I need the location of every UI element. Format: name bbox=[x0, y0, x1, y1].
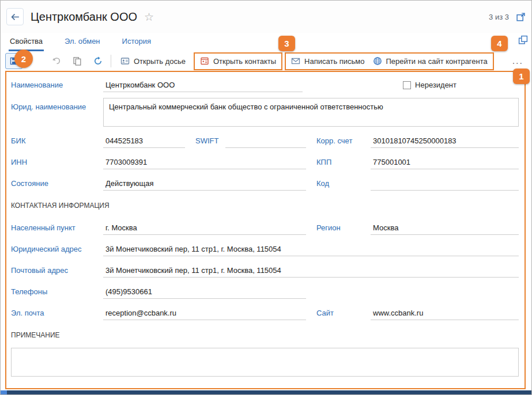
record-pager: 3 из 3 bbox=[489, 13, 509, 21]
more-actions-button[interactable]: ... bbox=[510, 58, 526, 64]
code-label: Код bbox=[316, 179, 371, 188]
toolbar-separator bbox=[111, 55, 111, 67]
bik-label: БИК bbox=[11, 136, 103, 145]
copy-icon bbox=[73, 56, 82, 66]
corr-account-label: Корр. счет bbox=[316, 136, 371, 145]
callout-badge-2: 2 bbox=[14, 50, 33, 68]
globe-icon bbox=[373, 56, 382, 66]
bottom-window-edge bbox=[1, 390, 531, 394]
open-dossier-label: Открыть досье bbox=[134, 57, 186, 66]
swift-input[interactable] bbox=[225, 134, 306, 148]
email-label: Эл. почта bbox=[11, 309, 103, 317]
header: Центркомбанк ООО ☆ 3 из 3 bbox=[1, 1, 531, 33]
header-right: 3 из 3 bbox=[489, 12, 526, 22]
dossier-icon bbox=[120, 56, 130, 66]
toolbar: Открыть досье Открыть контакты Написать … bbox=[1, 51, 531, 71]
row-bik: БИК SWIFT Корр. счет bbox=[11, 130, 519, 151]
code-input[interactable] bbox=[371, 177, 519, 191]
nonresident-label: Нерезидент bbox=[415, 81, 456, 89]
undo-button[interactable] bbox=[49, 54, 64, 69]
row-city: Населенный пункт Регион bbox=[11, 217, 519, 238]
row-inn: ИНН КПП bbox=[11, 151, 519, 173]
open-in-window-icon[interactable] bbox=[516, 12, 526, 22]
name-input[interactable] bbox=[103, 78, 303, 92]
contacts-icon bbox=[200, 56, 209, 66]
open-dossier-button[interactable]: Открыть досье bbox=[116, 53, 190, 69]
nonresident-checkbox-wrap[interactable]: Нерезидент bbox=[403, 81, 456, 89]
callout-badge-4: 4 bbox=[491, 36, 508, 51]
bik-input[interactable] bbox=[103, 134, 185, 148]
email-input[interactable] bbox=[103, 306, 306, 320]
site-label: Сайт bbox=[316, 309, 371, 317]
tab-properties[interactable]: Свойства bbox=[9, 37, 44, 51]
refresh-button[interactable] bbox=[90, 54, 105, 69]
open-contacts-label: Открыть контакты bbox=[213, 57, 276, 66]
legal-address-input[interactable] bbox=[103, 242, 519, 256]
inn-input[interactable] bbox=[103, 155, 306, 169]
callout-box-communication: Написать письмо Перейти на сайт контраге… bbox=[285, 52, 494, 70]
contact-info-section-header: КОНТАКТНАЯ ИНФОРМАЦИЯ bbox=[11, 194, 519, 217]
row-legal-name: Юрид. наименование Центральный коммерчес… bbox=[11, 96, 519, 130]
legal-name-input[interactable]: Центральный коммерческий банк общество с… bbox=[103, 98, 519, 127]
state-input[interactable] bbox=[103, 177, 306, 191]
page-title: Центркомбанк ООО bbox=[31, 10, 137, 24]
undo-icon bbox=[52, 56, 61, 66]
row-state: Состояние Код bbox=[11, 173, 519, 194]
callout-badge-1: 1 bbox=[513, 69, 530, 84]
inn-label: ИНН bbox=[11, 158, 103, 166]
open-site-button[interactable]: Перейти на сайт контрагента bbox=[369, 53, 492, 69]
phones-input[interactable] bbox=[103, 285, 306, 299]
corr-account-input[interactable] bbox=[371, 134, 519, 148]
envelope-icon bbox=[291, 56, 300, 66]
refresh-icon bbox=[93, 56, 103, 66]
tab-history[interactable]: История bbox=[121, 37, 152, 51]
row-legal-address: Юридический адрес bbox=[11, 238, 519, 260]
nonresident-checkbox[interactable] bbox=[403, 81, 411, 89]
note-section-header: ПРИМЕЧАНИЕ bbox=[11, 324, 519, 347]
favorite-star-icon[interactable]: ☆ bbox=[144, 12, 154, 22]
callout-badge-3: 3 bbox=[278, 36, 295, 51]
arrow-left-icon bbox=[10, 12, 20, 22]
split-window-icon[interactable] bbox=[518, 35, 528, 45]
properties-form: Наименование Нерезидент Юрид. наименован… bbox=[5, 71, 526, 389]
postal-address-input[interactable] bbox=[103, 264, 519, 278]
row-phones: Телефоны bbox=[11, 281, 519, 302]
swift-label: SWIFT bbox=[195, 136, 225, 145]
row-postal-address: Почтовый адрес bbox=[11, 260, 519, 281]
name-label: Наименование bbox=[11, 81, 103, 89]
region-label: Регион bbox=[316, 223, 371, 232]
tab-bar: Свойства Эл. обмен История bbox=[1, 33, 531, 51]
note-input[interactable] bbox=[11, 348, 519, 377]
site-input[interactable] bbox=[371, 306, 519, 320]
write-letter-button[interactable]: Написать письмо bbox=[287, 53, 368, 69]
open-site-label: Перейти на сайт контрагента bbox=[386, 57, 488, 66]
tab-electronic-exchange[interactable]: Эл. обмен bbox=[63, 37, 101, 51]
region-input[interactable] bbox=[371, 221, 519, 235]
bottom-edge-accent bbox=[1, 390, 7, 394]
kpp-label: КПП bbox=[316, 158, 371, 166]
counterparty-card-window: Центркомбанк ООО ☆ 3 из 3 Свойства Эл. о… bbox=[0, 0, 532, 395]
back-button[interactable] bbox=[6, 8, 24, 25]
postal-address-label: Почтовый адрес bbox=[11, 266, 103, 275]
city-label: Населенный пункт bbox=[11, 223, 103, 232]
copy-button[interactable] bbox=[70, 54, 85, 69]
phones-label: Телефоны bbox=[11, 287, 103, 296]
state-label: Состояние bbox=[11, 179, 103, 188]
write-letter-label: Написать письмо bbox=[304, 57, 364, 66]
legal-name-label: Юрид. наименование bbox=[11, 98, 103, 111]
legal-address-label: Юридический адрес bbox=[11, 245, 103, 253]
callout-box-contacts: Открыть контакты bbox=[194, 52, 282, 70]
row-name: Наименование Нерезидент bbox=[11, 74, 519, 96]
city-input[interactable] bbox=[103, 221, 306, 235]
row-email: Эл. почта Сайт bbox=[11, 302, 519, 324]
open-contacts-button[interactable]: Открыть контакты bbox=[196, 53, 280, 69]
kpp-input[interactable] bbox=[371, 155, 519, 169]
